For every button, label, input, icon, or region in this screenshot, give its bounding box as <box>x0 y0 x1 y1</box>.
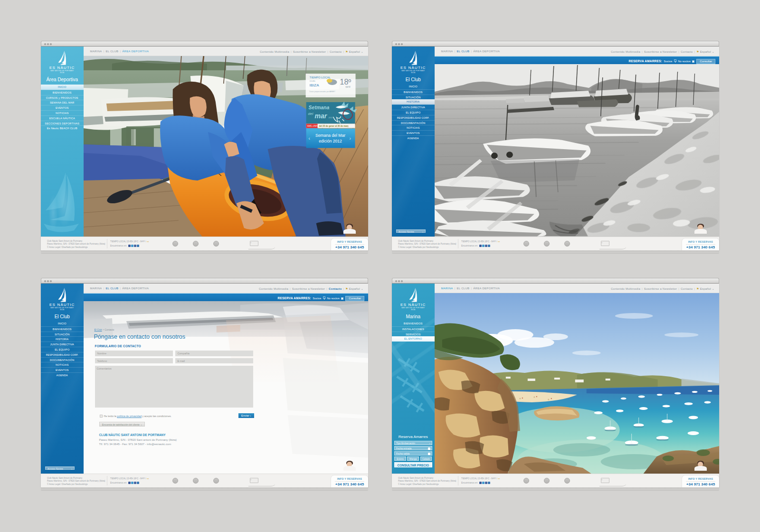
svg-text:edición 2012: edición 2012 <box>319 138 342 143</box>
svg-text:del: del <box>308 111 313 115</box>
svg-text:›: › <box>349 135 351 141</box>
svg-text:18º: 18º <box>340 77 351 86</box>
svg-text:mar: mar <box>314 112 327 119</box>
svg-text:2012: 2012 <box>328 116 333 118</box>
svg-text:Semana del Mar: Semana del Mar <box>315 133 345 137</box>
svg-text:64ºF: 64ºF <box>345 85 350 88</box>
svg-text:del 23 de gener al 30 de març: del 23 de gener al 30 de març <box>319 124 349 127</box>
svg-text:IBIZA: IBIZA <box>309 83 319 87</box>
svg-text:SMS +INFO: SMS +INFO <box>307 124 319 127</box>
svg-text:Datos proporcionados por AEMET: Datos proporcionados por AEMET <box>309 90 335 92</box>
svg-text:TIEMPO LOCAL: TIEMPO LOCAL <box>309 76 331 78</box>
svg-text:13:45h: 13:45h <box>309 79 315 82</box>
svg-text:‹: ‹ <box>308 135 310 141</box>
svg-text:Setmana: Setmana <box>308 104 329 110</box>
